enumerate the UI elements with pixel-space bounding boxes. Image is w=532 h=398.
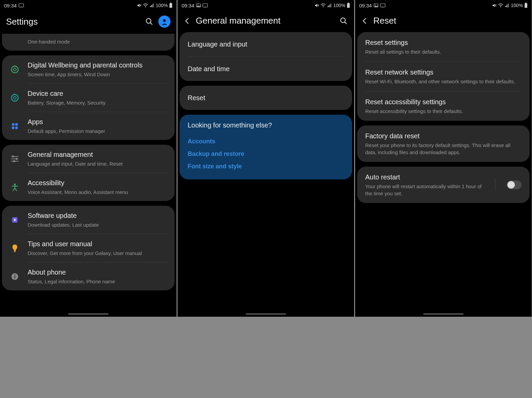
svg-point-61	[500, 6, 501, 7]
svg-rect-51	[348, 3, 349, 3]
page-title: Reset	[373, 16, 526, 26]
svg-line-34	[15, 188, 17, 191]
home-indicator[interactable]	[68, 313, 108, 315]
auto-restart-toggle[interactable]	[507, 180, 522, 189]
svg-point-29	[13, 160, 15, 162]
status-bar: 09:34 100%	[178, 0, 354, 11]
toggle-separator	[495, 179, 495, 191]
svg-rect-8	[153, 4, 154, 7]
row-reset-settings[interactable]: Reset settings Reset all settings to the…	[357, 32, 530, 61]
row-factory-reset[interactable]: Factory data reset Reset your phone to i…	[357, 125, 530, 162]
row-reset-network[interactable]: Reset network settings Reset Wi-Fi, Blue…	[357, 62, 530, 91]
svg-line-54	[345, 22, 347, 24]
svg-rect-63	[506, 5, 507, 7]
status-time: 09:34	[182, 3, 194, 8]
svg-point-15	[13, 68, 16, 71]
software-update-icon	[9, 214, 21, 226]
svg-rect-39	[14, 276, 15, 279]
search-icon[interactable]	[145, 17, 154, 26]
svg-rect-49	[330, 5, 330, 7]
row-reset[interactable]: Reset	[180, 86, 352, 110]
gallery-icon	[374, 3, 378, 7]
back-icon[interactable]	[361, 17, 369, 25]
signal-icon	[150, 3, 154, 7]
settings-row-about[interactable]: About phone Status, Legal information, P…	[2, 262, 175, 290]
svg-rect-0	[19, 4, 24, 7]
back-icon[interactable]	[184, 17, 191, 25]
settings-row-apps[interactable]: Apps Default apps, Permission manager	[2, 112, 175, 140]
svg-rect-65	[508, 4, 509, 7]
link-font-size-style[interactable]: Font size and style	[188, 160, 344, 173]
header: Reset	[355, 11, 532, 32]
settings-row-software[interactable]: Software update Download updates, Last u…	[2, 206, 175, 234]
svg-point-16	[14, 65, 15, 67]
status-time: 09:34	[4, 3, 17, 8]
svg-point-27	[15, 158, 18, 160]
battery-icon	[524, 3, 528, 8]
settings-row-accessibility[interactable]: Accessibility Voice Assistant, Mono audi…	[2, 173, 175, 201]
looking-title: Looking for something else?	[188, 121, 344, 129]
row-auto-restart[interactable]: Auto restart Your phone will restart aut…	[357, 167, 530, 203]
profile-avatar[interactable]	[158, 16, 170, 28]
header: General management	[178, 11, 354, 32]
settings-row-general[interactable]: General management Language and input, D…	[2, 145, 175, 173]
battery-icon	[169, 3, 173, 8]
svg-rect-6	[151, 5, 152, 7]
wifi-icon	[498, 3, 503, 7]
wifi-icon	[143, 3, 148, 7]
svg-point-20	[12, 123, 14, 126]
status-time: 09:34	[359, 3, 372, 8]
settings-row-tips[interactable]: Tips and user manual Discover, Get more …	[2, 234, 175, 262]
svg-point-14	[11, 66, 18, 73]
svg-point-53	[341, 18, 345, 23]
svg-line-12	[150, 23, 152, 25]
svg-rect-66	[525, 3, 527, 3]
cast-icon	[380, 3, 385, 7]
reset-group: Reset settings Reset all settings to the…	[357, 32, 530, 121]
svg-rect-42	[203, 4, 208, 7]
looking-for-panel: Looking for something else? Accounts Bac…	[180, 115, 352, 179]
svg-rect-50	[331, 4, 331, 7]
svg-rect-57	[380, 4, 385, 7]
battery-percent: 100%	[156, 3, 168, 8]
svg-point-41	[197, 4, 198, 5]
mute-icon	[492, 3, 497, 8]
gallery-icon	[196, 3, 201, 7]
screen-settings: 09:34 100% Settings One-handed mode	[0, 0, 177, 317]
settings-row-wellbeing[interactable]: Digital Wellbeing and parental controls …	[2, 55, 175, 83]
svg-rect-67	[525, 3, 527, 8]
lightbulb-icon	[9, 242, 21, 254]
svg-point-13	[163, 19, 166, 22]
svg-rect-5	[150, 6, 151, 7]
svg-point-11	[146, 19, 151, 23]
svg-rect-36	[14, 251, 16, 252]
status-bar: 09:34 100%	[0, 0, 177, 11]
row-reset-accessibility[interactable]: Reset accessibility settings Reset acces…	[357, 91, 530, 121]
search-icon[interactable]	[339, 17, 348, 25]
svg-rect-10	[169, 3, 172, 8]
signal-icon	[505, 3, 509, 7]
apps-icon	[9, 120, 21, 132]
svg-rect-7	[152, 5, 153, 7]
link-accounts[interactable]: Accounts	[188, 135, 344, 148]
settings-row-partial[interactable]: One-handed mode	[2, 34, 175, 51]
sliders-icon	[9, 153, 21, 165]
signal-icon	[327, 3, 332, 7]
svg-rect-43	[205, 7, 206, 7]
home-indicator[interactable]	[423, 313, 464, 315]
settings-row-devicecare[interactable]: Device care Battery, Storage, Memory, Se…	[2, 84, 175, 112]
home-indicator[interactable]	[246, 313, 286, 315]
link-backup-restore[interactable]: Backup and restore	[188, 148, 344, 160]
battery-percent: 100%	[333, 3, 345, 8]
svg-point-25	[12, 155, 14, 158]
svg-point-56	[375, 4, 376, 5]
row-date-time[interactable]: Date and time	[180, 57, 352, 81]
screen-reset: 09:34 100% Reset Reset settings Reset al…	[355, 0, 532, 317]
wifi-icon	[320, 3, 326, 7]
settings-group: Reset	[180, 86, 352, 110]
svg-point-46	[323, 6, 324, 7]
row-language-input[interactable]: Language and input	[180, 32, 352, 56]
svg-rect-64	[507, 5, 508, 7]
page-title: General management	[196, 16, 335, 26]
svg-rect-62	[505, 6, 506, 7]
